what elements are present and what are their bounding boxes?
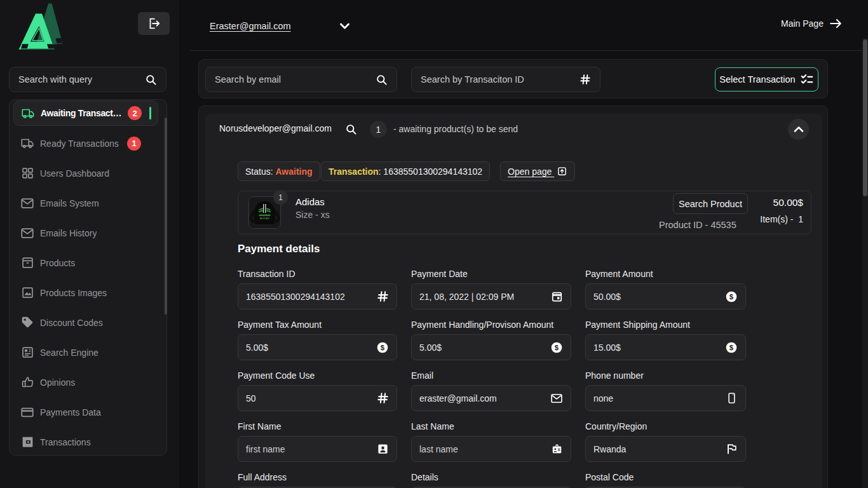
- svg-text:$: $: [729, 344, 734, 351]
- svg-text:$: $: [555, 344, 559, 351]
- svg-text:ADIDAS: ADIDAS: [260, 217, 269, 220]
- svg-text:$: $: [381, 344, 385, 351]
- svg-text:$: $: [729, 293, 734, 301]
